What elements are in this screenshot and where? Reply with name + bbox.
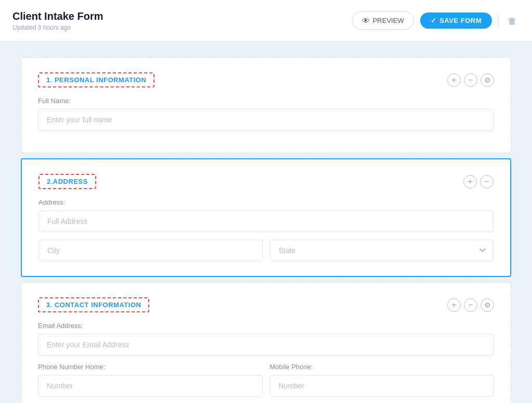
- section-header-address: 2.ADDRESS + −: [38, 174, 494, 189]
- fullname-input[interactable]: [38, 109, 494, 131]
- topbar-left: Client Intake Form Updated 3 hours ago: [12, 10, 103, 31]
- section-contact: 3. CONTACT INFORMATION + − ⚙ Email Addre…: [21, 282, 511, 403]
- delete-button[interactable]: 🗑: [505, 11, 520, 30]
- add-field-button-personal[interactable]: +: [447, 73, 461, 87]
- remove-field-button-contact[interactable]: −: [464, 298, 477, 312]
- phone-home-input[interactable]: [38, 375, 263, 397]
- fullname-label: Full Name:: [38, 97, 494, 105]
- mobile-phone-input[interactable]: [270, 375, 495, 397]
- phone-row: Phone Number Home: Mobile Phone:: [38, 363, 494, 397]
- preview-label: PREVIEW: [373, 17, 404, 24]
- add-field-button-contact[interactable]: +: [447, 298, 461, 312]
- section-badge-address: 2.ADDRESS: [38, 174, 96, 189]
- email-label: Email Address:: [38, 322, 494, 330]
- state-select[interactable]: State Alabama Alaska Arizona California …: [270, 240, 494, 261]
- settings-button-personal[interactable]: ⚙: [481, 73, 494, 87]
- email-input[interactable]: [38, 334, 494, 356]
- mobile-phone-label: Mobile Phone:: [270, 363, 495, 371]
- section-badge-contact: 3. CONTACT INFORMATION: [38, 297, 149, 312]
- settings-button-contact[interactable]: ⚙: [481, 298, 494, 312]
- trash-icon: 🗑: [508, 17, 516, 26]
- section-controls-contact: + − ⚙: [447, 298, 494, 312]
- section-badge-personal: 1. PERSONAL INFORMATION: [38, 72, 154, 87]
- divider: [498, 14, 499, 28]
- page-subtitle: Updated 3 hours ago: [12, 24, 103, 31]
- preview-button[interactable]: 👁 PREVIEW: [352, 11, 414, 30]
- mobile-phone-group: Mobile Phone:: [270, 363, 495, 397]
- address-label: Address:: [38, 198, 494, 206]
- section-controls-address: + −: [463, 175, 494, 188]
- city-input[interactable]: [38, 240, 263, 261]
- add-field-button-address[interactable]: +: [463, 175, 477, 188]
- topbar: Client Intake Form Updated 3 hours ago 👁…: [0, 0, 532, 42]
- section-address: 2.ADDRESS + − Address: State Alabama Ala…: [21, 158, 511, 277]
- save-label: SAVE FORM: [439, 17, 482, 24]
- main-content: 1. PERSONAL INFORMATION + − ⚙ Full Name:…: [0, 42, 532, 403]
- save-button[interactable]: ✓ SAVE FORM: [420, 12, 492, 29]
- remove-field-button-personal[interactable]: −: [464, 73, 477, 87]
- section-header-contact: 3. CONTACT INFORMATION + − ⚙: [38, 297, 494, 312]
- phone-home-group: Phone Number Home:: [38, 363, 263, 397]
- check-icon: ✓: [431, 17, 437, 24]
- address-row: State Alabama Alaska Arizona California …: [38, 240, 494, 261]
- section-header-personal: 1. PERSONAL INFORMATION + − ⚙: [38, 72, 494, 87]
- topbar-right: 👁 PREVIEW ✓ SAVE FORM 🗑: [352, 11, 520, 30]
- page-title: Client Intake Form: [12, 10, 103, 22]
- section-controls-personal: + − ⚙: [447, 73, 494, 87]
- phone-home-label: Phone Number Home:: [38, 363, 263, 371]
- address-input[interactable]: [38, 210, 494, 232]
- remove-field-button-address[interactable]: −: [480, 175, 494, 188]
- eye-icon: 👁: [362, 16, 370, 25]
- section-personal: 1. PERSONAL INFORMATION + − ⚙ Full Name:: [21, 57, 511, 153]
